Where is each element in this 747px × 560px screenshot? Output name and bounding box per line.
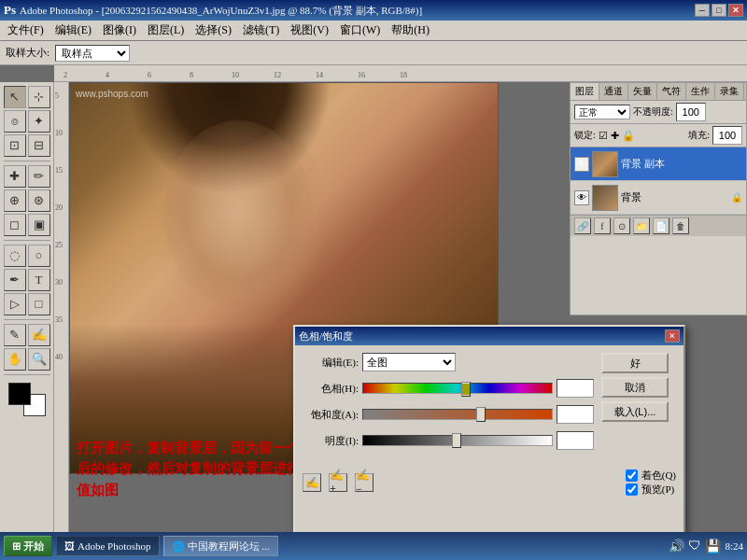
lasso-tool[interactable]: ⌾	[4, 110, 26, 133]
hue-value-input[interactable]: 27	[557, 379, 594, 398]
delete-layer-btn[interactable]: 🗑	[672, 217, 689, 234]
hand-tool[interactable]: ✋	[4, 348, 26, 371]
move-tool[interactable]: ↖	[4, 86, 26, 108]
tab-paths[interactable]: 矢量	[628, 83, 657, 100]
menu-image[interactable]: 图像(I)	[97, 21, 142, 40]
storage-icon[interactable]: 💾	[705, 539, 721, 554]
eraser-tool[interactable]: ◻	[4, 214, 26, 236]
healing-tool[interactable]: ✚	[4, 165, 26, 188]
fill-tool[interactable]: ▣	[28, 214, 50, 236]
colorize-label: 着色(Q)	[641, 469, 676, 483]
opacity-input[interactable]	[676, 103, 706, 121]
hue-label: 色相(H):	[303, 382, 359, 396]
ruler-mark: 8	[190, 71, 193, 79]
menu-window[interactable]: 窗口(W)	[334, 21, 386, 40]
ruler-mark: 12	[274, 71, 281, 79]
eyedropper-button[interactable]: ✍	[303, 473, 321, 492]
zoom-tool[interactable]: 🔍	[28, 348, 50, 371]
menu-help[interactable]: 帮助(H)	[386, 21, 435, 40]
layer-name-bg: 背景	[621, 190, 725, 204]
hue-slider-container	[362, 383, 553, 394]
photoshop-label: Adobe Photoshop	[78, 540, 151, 552]
menu-layer[interactable]: 图层(L)	[142, 21, 190, 40]
shape-tool[interactable]: □	[28, 293, 50, 315]
hue-slider-thumb[interactable]	[461, 382, 471, 397]
volume-icon[interactable]: 🔊	[669, 539, 684, 554]
lightness-label: 明度(I):	[303, 434, 359, 448]
fill-input[interactable]	[712, 126, 742, 145]
saturation-slider-track	[362, 409, 553, 420]
preview-checkbox[interactable]	[626, 483, 638, 496]
saturation-slider-thumb[interactable]	[476, 407, 486, 422]
add-mask-btn[interactable]: ⊙	[613, 217, 630, 234]
menu-edit[interactable]: 编辑(E)	[49, 21, 97, 40]
eyedropper-minus-button[interactable]: ✍−	[355, 473, 374, 492]
tab-layers[interactable]: 图层	[571, 83, 599, 100]
window-controls: ─ □ ✕	[695, 4, 743, 17]
menu-view[interactable]: 视图(V)	[285, 21, 334, 40]
lightness-slider-thumb[interactable]	[452, 433, 461, 448]
annotation-tool[interactable]: ✎	[4, 324, 26, 346]
blur-tool[interactable]: ◌	[4, 245, 26, 267]
menu-filter[interactable]: 滤镜(T)	[237, 21, 285, 40]
dodge-tool[interactable]: ○	[28, 245, 50, 267]
color-picker[interactable]	[8, 383, 46, 416]
magic-wand-tool[interactable]: ✦	[28, 110, 50, 133]
eyedropper-plus-button[interactable]: ✍+	[329, 473, 347, 492]
taskbar-photoshop[interactable]: 🖼 Adobe Photoshop	[56, 536, 160, 556]
tab-actions[interactable]: 生作	[686, 83, 715, 100]
edit-select[interactable]: 全图 红色 黄色 绿色 青色 蓝色 洋红	[362, 353, 456, 371]
lock-pixel-icon[interactable]: ☑	[599, 130, 608, 142]
clone-tool[interactable]: ⊕	[4, 189, 26, 212]
history-tool[interactable]: ⊛	[28, 189, 50, 212]
blend-mode-select[interactable]: 正常 溶解 正片叠底	[574, 105, 630, 119]
tab-history[interactable]: 气符	[657, 83, 686, 100]
hue-close-button[interactable]: ✕	[665, 329, 680, 343]
brush-tool[interactable]: ✏	[28, 165, 50, 188]
hue-load-button[interactable]: 载入(L)...	[601, 401, 669, 422]
new-group-btn[interactable]: 📁	[633, 217, 650, 234]
restore-button[interactable]: □	[712, 4, 726, 17]
link-layers-btn[interactable]: 🔗	[574, 217, 591, 234]
tab-channels[interactable]: 通道	[599, 83, 628, 100]
select-tool[interactable]: ⊹	[28, 86, 50, 108]
layer-eye-bg-copy[interactable]: 👁	[574, 157, 589, 172]
pen-tool[interactable]: ✒	[4, 269, 26, 291]
menu-select[interactable]: 选择(S)	[190, 21, 237, 40]
hue-ok-button[interactable]: 好	[601, 353, 669, 373]
taskbar-forum[interactable]: 🌐 中国教程网论坛 ...	[163, 536, 278, 556]
start-label: 开始	[23, 539, 44, 553]
security-icon[interactable]: 🛡	[688, 539, 701, 553]
layer-item-bg-copy[interactable]: 👁 背景 副本	[571, 147, 746, 181]
layers-bottom-bar: 🔗 f ⊙ 📁 📄 🗑	[571, 215, 746, 236]
eyedropper-tool[interactable]: ✍	[28, 324, 50, 346]
layer-item-bg[interactable]: 👁 背景 🔒	[571, 181, 746, 215]
ruler-mark: 14	[316, 71, 323, 79]
hue-cancel-button[interactable]: 取消	[601, 377, 669, 398]
lock-all-icon[interactable]: 🔒	[622, 130, 635, 142]
layer-name-bg-copy: 背景 副本	[621, 157, 742, 171]
foreground-color[interactable]	[8, 383, 31, 405]
forum-icon: 🌐	[172, 540, 185, 553]
minimize-button[interactable]: ─	[695, 4, 710, 17]
start-button[interactable]: ⊞ 开始	[4, 536, 52, 556]
slice-tool[interactable]: ⊟	[28, 134, 50, 157]
colorize-checkbox[interactable]	[626, 469, 638, 482]
new-layer-btn[interactable]: 📄	[653, 217, 669, 234]
add-style-btn[interactable]: f	[594, 217, 611, 234]
layer-thumb-bg	[592, 185, 618, 211]
type-tool[interactable]: T	[28, 269, 50, 291]
close-button[interactable]: ✕	[728, 4, 743, 17]
layer-thumb-bg-copy	[592, 151, 618, 177]
tab-record[interactable]: 录集	[715, 83, 744, 100]
path-select-tool[interactable]: ▷	[4, 293, 26, 315]
hue-slider-track	[362, 383, 553, 394]
crop-tool[interactable]: ⊡	[4, 134, 26, 157]
menu-file[interactable]: 文件(F)	[2, 21, 49, 40]
lock-position-icon[interactable]: ✚	[611, 130, 619, 142]
layer-eye-bg[interactable]: 👁	[574, 190, 589, 205]
sample-size-select[interactable]: 取样点 3×3平均 5×5平均	[55, 45, 130, 62]
layers-panel: 图层 通道 矢量 气符 生作 录集 正常 溶解 正片叠底 不透明度: 锁定: ☑…	[570, 82, 747, 315]
saturation-value-input[interactable]: 47	[557, 405, 594, 424]
lightness-value-input[interactable]: 0	[557, 431, 594, 450]
